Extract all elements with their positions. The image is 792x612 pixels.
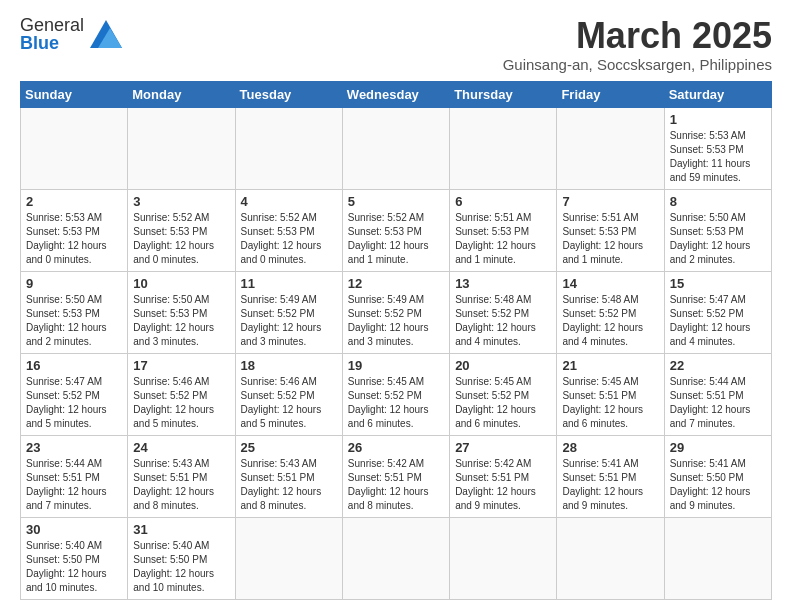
weekday-header-row: SundayMondayTuesdayWednesdayThursdayFrid…: [21, 81, 772, 107]
day-number: 20: [455, 358, 551, 373]
calendar-cell: 14Sunrise: 5:48 AMSunset: 5:52 PMDayligh…: [557, 271, 664, 353]
title-area: March 2025 Guinsang-an, Soccsksargen, Ph…: [503, 16, 772, 73]
day-info: Sunrise: 5:47 AMSunset: 5:52 PMDaylight:…: [670, 293, 766, 349]
weekday-header-sunday: Sunday: [21, 81, 128, 107]
calendar-cell: [235, 107, 342, 189]
weekday-header-saturday: Saturday: [664, 81, 771, 107]
calendar-cell: 6Sunrise: 5:51 AMSunset: 5:53 PMDaylight…: [450, 189, 557, 271]
calendar-cell: 7Sunrise: 5:51 AMSunset: 5:53 PMDaylight…: [557, 189, 664, 271]
day-number: 25: [241, 440, 337, 455]
day-info: Sunrise: 5:41 AMSunset: 5:50 PMDaylight:…: [670, 457, 766, 513]
calendar-cell: [128, 107, 235, 189]
day-info: Sunrise: 5:42 AMSunset: 5:51 PMDaylight:…: [455, 457, 551, 513]
calendar-cell: 15Sunrise: 5:47 AMSunset: 5:52 PMDayligh…: [664, 271, 771, 353]
weekday-header-monday: Monday: [128, 81, 235, 107]
calendar-cell: 11Sunrise: 5:49 AMSunset: 5:52 PMDayligh…: [235, 271, 342, 353]
calendar-cell: [450, 107, 557, 189]
calendar-cell: [21, 107, 128, 189]
week-row-1: 2Sunrise: 5:53 AMSunset: 5:53 PMDaylight…: [21, 189, 772, 271]
calendar-subtitle: Guinsang-an, Soccsksargen, Philippines: [503, 56, 772, 73]
calendar-cell: 20Sunrise: 5:45 AMSunset: 5:52 PMDayligh…: [450, 353, 557, 435]
calendar-cell: 13Sunrise: 5:48 AMSunset: 5:52 PMDayligh…: [450, 271, 557, 353]
day-number: 23: [26, 440, 122, 455]
logo-icon: [90, 20, 122, 48]
day-info: Sunrise: 5:43 AMSunset: 5:51 PMDaylight:…: [241, 457, 337, 513]
day-info: Sunrise: 5:47 AMSunset: 5:52 PMDaylight:…: [26, 375, 122, 431]
day-number: 22: [670, 358, 766, 373]
calendar-cell: 26Sunrise: 5:42 AMSunset: 5:51 PMDayligh…: [342, 435, 449, 517]
weekday-header-thursday: Thursday: [450, 81, 557, 107]
day-info: Sunrise: 5:49 AMSunset: 5:52 PMDaylight:…: [241, 293, 337, 349]
day-number: 9: [26, 276, 122, 291]
day-info: Sunrise: 5:42 AMSunset: 5:51 PMDaylight:…: [348, 457, 444, 513]
week-row-0: 1Sunrise: 5:53 AMSunset: 5:53 PMDaylight…: [21, 107, 772, 189]
day-number: 10: [133, 276, 229, 291]
day-info: Sunrise: 5:45 AMSunset: 5:52 PMDaylight:…: [348, 375, 444, 431]
day-info: Sunrise: 5:46 AMSunset: 5:52 PMDaylight:…: [133, 375, 229, 431]
day-info: Sunrise: 5:44 AMSunset: 5:51 PMDaylight:…: [26, 457, 122, 513]
day-info: Sunrise: 5:53 AMSunset: 5:53 PMDaylight:…: [670, 129, 766, 185]
day-number: 31: [133, 522, 229, 537]
day-info: Sunrise: 5:51 AMSunset: 5:53 PMDaylight:…: [455, 211, 551, 267]
calendar-cell: 16Sunrise: 5:47 AMSunset: 5:52 PMDayligh…: [21, 353, 128, 435]
calendar-cell: 19Sunrise: 5:45 AMSunset: 5:52 PMDayligh…: [342, 353, 449, 435]
logo-general: General: [20, 15, 84, 35]
day-info: Sunrise: 5:43 AMSunset: 5:51 PMDaylight:…: [133, 457, 229, 513]
calendar-cell: [557, 517, 664, 599]
calendar-cell: 25Sunrise: 5:43 AMSunset: 5:51 PMDayligh…: [235, 435, 342, 517]
day-info: Sunrise: 5:51 AMSunset: 5:53 PMDaylight:…: [562, 211, 658, 267]
day-info: Sunrise: 5:53 AMSunset: 5:53 PMDaylight:…: [26, 211, 122, 267]
day-info: Sunrise: 5:48 AMSunset: 5:52 PMDaylight:…: [562, 293, 658, 349]
calendar-cell: 28Sunrise: 5:41 AMSunset: 5:51 PMDayligh…: [557, 435, 664, 517]
day-info: Sunrise: 5:49 AMSunset: 5:52 PMDaylight:…: [348, 293, 444, 349]
logo-blue: Blue: [20, 33, 59, 53]
calendar-cell: 2Sunrise: 5:53 AMSunset: 5:53 PMDaylight…: [21, 189, 128, 271]
weekday-header-tuesday: Tuesday: [235, 81, 342, 107]
calendar-cell: 21Sunrise: 5:45 AMSunset: 5:51 PMDayligh…: [557, 353, 664, 435]
calendar-cell: 29Sunrise: 5:41 AMSunset: 5:50 PMDayligh…: [664, 435, 771, 517]
day-number: 29: [670, 440, 766, 455]
day-number: 30: [26, 522, 122, 537]
week-row-2: 9Sunrise: 5:50 AMSunset: 5:53 PMDaylight…: [21, 271, 772, 353]
calendar-cell: [450, 517, 557, 599]
day-number: 2: [26, 194, 122, 209]
calendar-cell: 5Sunrise: 5:52 AMSunset: 5:53 PMDaylight…: [342, 189, 449, 271]
calendar-cell: 1Sunrise: 5:53 AMSunset: 5:53 PMDaylight…: [664, 107, 771, 189]
day-info: Sunrise: 5:45 AMSunset: 5:51 PMDaylight:…: [562, 375, 658, 431]
day-number: 15: [670, 276, 766, 291]
day-info: Sunrise: 5:48 AMSunset: 5:52 PMDaylight:…: [455, 293, 551, 349]
week-row-3: 16Sunrise: 5:47 AMSunset: 5:52 PMDayligh…: [21, 353, 772, 435]
day-number: 3: [133, 194, 229, 209]
day-info: Sunrise: 5:52 AMSunset: 5:53 PMDaylight:…: [348, 211, 444, 267]
calendar-title: March 2025: [503, 16, 772, 56]
day-info: Sunrise: 5:40 AMSunset: 5:50 PMDaylight:…: [26, 539, 122, 595]
day-info: Sunrise: 5:46 AMSunset: 5:52 PMDaylight:…: [241, 375, 337, 431]
day-number: 16: [26, 358, 122, 373]
day-number: 5: [348, 194, 444, 209]
weekday-header-friday: Friday: [557, 81, 664, 107]
day-info: Sunrise: 5:50 AMSunset: 5:53 PMDaylight:…: [26, 293, 122, 349]
day-number: 18: [241, 358, 337, 373]
day-info: Sunrise: 5:52 AMSunset: 5:53 PMDaylight:…: [133, 211, 229, 267]
day-number: 4: [241, 194, 337, 209]
day-info: Sunrise: 5:52 AMSunset: 5:53 PMDaylight:…: [241, 211, 337, 267]
weekday-header-wednesday: Wednesday: [342, 81, 449, 107]
calendar-cell: 23Sunrise: 5:44 AMSunset: 5:51 PMDayligh…: [21, 435, 128, 517]
logo-text: General Blue: [20, 16, 84, 52]
day-number: 27: [455, 440, 551, 455]
day-number: 21: [562, 358, 658, 373]
day-number: 6: [455, 194, 551, 209]
day-info: Sunrise: 5:50 AMSunset: 5:53 PMDaylight:…: [133, 293, 229, 349]
week-row-4: 23Sunrise: 5:44 AMSunset: 5:51 PMDayligh…: [21, 435, 772, 517]
day-number: 19: [348, 358, 444, 373]
day-number: 28: [562, 440, 658, 455]
calendar-cell: 22Sunrise: 5:44 AMSunset: 5:51 PMDayligh…: [664, 353, 771, 435]
calendar-cell: 30Sunrise: 5:40 AMSunset: 5:50 PMDayligh…: [21, 517, 128, 599]
day-number: 26: [348, 440, 444, 455]
calendar-cell: 12Sunrise: 5:49 AMSunset: 5:52 PMDayligh…: [342, 271, 449, 353]
day-number: 13: [455, 276, 551, 291]
calendar-table: SundayMondayTuesdayWednesdayThursdayFrid…: [20, 81, 772, 600]
day-number: 14: [562, 276, 658, 291]
day-number: 11: [241, 276, 337, 291]
calendar-cell: 18Sunrise: 5:46 AMSunset: 5:52 PMDayligh…: [235, 353, 342, 435]
